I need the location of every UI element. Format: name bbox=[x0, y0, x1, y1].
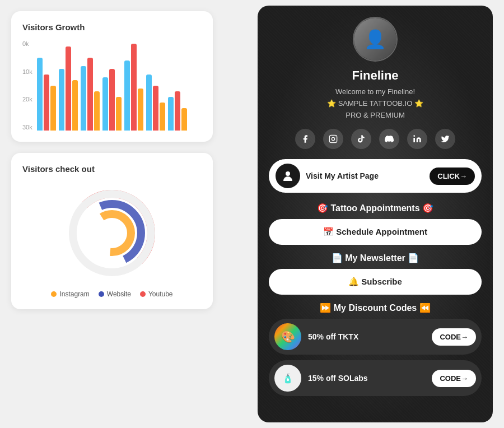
svg-point-6 bbox=[335, 137, 335, 137]
bar-chart-card: Visitors Growth 30k 20k 10k 0k bbox=[11, 11, 213, 142]
tagline-line3: PRO & PREMIUM bbox=[346, 111, 404, 119]
donut-container: Instagram Website Youtube bbox=[22, 183, 202, 298]
legend-dot-youtube bbox=[140, 291, 146, 297]
facebook-icon[interactable] bbox=[295, 129, 315, 149]
donut-legend: Instagram Website Youtube bbox=[51, 290, 172, 298]
avatar: 👤 bbox=[353, 17, 398, 62]
discount-row-2[interactable]: 🧴 15% off SOLabs CODE→ bbox=[269, 360, 482, 396]
bar-4-0 bbox=[124, 61, 130, 131]
discount-row-1[interactable]: 🎨 50% off TKTX CODE→ bbox=[269, 319, 482, 355]
bar-0-1 bbox=[44, 75, 49, 131]
discount-thumb-2: 🧴 bbox=[274, 365, 301, 392]
bar-5-0 bbox=[146, 75, 152, 131]
legend-label-website: Website bbox=[107, 290, 131, 298]
bar-6-2 bbox=[181, 108, 187, 131]
thumb-product-2: 🧴 bbox=[274, 365, 301, 392]
tattoo-section-header: 🎯 Tattoo Appointments 🎯 bbox=[317, 203, 433, 213]
subscribe-label: 🔔 Subscribe bbox=[348, 277, 402, 287]
legend-instagram: Instagram bbox=[51, 290, 89, 298]
bar-5-1 bbox=[153, 86, 158, 131]
bar-group-6 bbox=[168, 91, 187, 131]
thumb-colorful-1: 🎨 bbox=[274, 323, 301, 350]
profile-name: Fineline bbox=[352, 68, 398, 83]
bar-2-0 bbox=[81, 66, 86, 131]
click-button[interactable]: CLICK→ bbox=[430, 168, 475, 185]
bar-3-1 bbox=[109, 69, 115, 131]
bar-group-5 bbox=[146, 75, 165, 131]
donut-chart-title: Visitors check out bbox=[22, 164, 202, 174]
tagline-line2: ⭐ SAMPLE TATTOOB.IO ⭐ bbox=[327, 99, 423, 108]
legend-website: Website bbox=[99, 290, 131, 298]
newsletter-header: 📄 My Newsletter 📄 bbox=[332, 253, 419, 263]
discount-label-2: 15% off SOLabs bbox=[308, 374, 432, 383]
donut-chart-card: Visitors check out Instagram Webs bbox=[11, 153, 213, 309]
bar-1-1 bbox=[66, 46, 71, 131]
bar-group-4 bbox=[124, 44, 143, 131]
bar-chart-title: Visitors Growth bbox=[22, 22, 202, 32]
bar-4-2 bbox=[138, 89, 143, 131]
legend-dot-instagram bbox=[51, 291, 57, 297]
bar-group-2 bbox=[81, 58, 100, 131]
social-icons-row bbox=[295, 129, 455, 149]
bar-3-2 bbox=[116, 97, 122, 131]
right-panel: 👤 Fineline Welcome to my Fineline! ⭐ SAM… bbox=[258, 6, 493, 422]
twitter-icon[interactable] bbox=[435, 129, 455, 149]
bar-group-3 bbox=[102, 69, 122, 131]
bar-6-0 bbox=[168, 97, 174, 131]
tagline-line1: Welcome to my Fineline! bbox=[335, 87, 415, 96]
profile-tagline: Welcome to my Fineline! ⭐ SAMPLE TATTOOB… bbox=[327, 86, 423, 121]
legend-youtube: Youtube bbox=[140, 290, 173, 298]
bar-5-2 bbox=[160, 103, 165, 131]
svg-point-2 bbox=[93, 214, 131, 252]
bar-2-1 bbox=[87, 58, 93, 131]
discount-header: ⏩ My Discount Codes ⏪ bbox=[320, 303, 430, 313]
discount-thumb-1: 🎨 bbox=[274, 323, 301, 350]
code-button-1[interactable]: CODE→ bbox=[432, 328, 476, 346]
bar-group-0 bbox=[37, 58, 56, 131]
artist-logo bbox=[276, 164, 300, 188]
svg-point-8 bbox=[286, 171, 290, 176]
tiktok-icon[interactable] bbox=[351, 129, 371, 149]
bar-1-2 bbox=[72, 80, 78, 131]
instagram-icon[interactable] bbox=[323, 129, 343, 149]
svg-point-5 bbox=[332, 138, 334, 141]
subscribe-button[interactable]: 🔔 Subscribe bbox=[269, 269, 482, 295]
bar-0-2 bbox=[50, 86, 56, 131]
code-button-2[interactable]: CODE→ bbox=[432, 370, 476, 387]
svg-rect-4 bbox=[329, 136, 337, 143]
bar-group-1 bbox=[59, 46, 78, 131]
bar-6-1 bbox=[175, 91, 180, 131]
schedule-appointment-label: 📅 Schedule Appointment bbox=[323, 227, 427, 237]
bar-4-1 bbox=[131, 44, 137, 131]
bar-3-0 bbox=[102, 77, 108, 131]
svg-point-7 bbox=[413, 136, 415, 137]
discord-icon[interactable] bbox=[379, 129, 399, 149]
legend-label-instagram: Instagram bbox=[59, 290, 89, 298]
discount-label-1: 50% off TKTX bbox=[308, 332, 432, 341]
bar-chart: 30k 20k 10k 0k bbox=[22, 41, 202, 131]
avatar-image: 👤 bbox=[354, 18, 396, 61]
legend-label-youtube: Youtube bbox=[148, 290, 173, 298]
legend-dot-website bbox=[99, 291, 104, 297]
linkedin-icon[interactable] bbox=[407, 129, 427, 149]
bar-2-2 bbox=[94, 91, 100, 131]
bars-area bbox=[37, 41, 202, 131]
schedule-appointment-button[interactable]: 📅 Schedule Appointment bbox=[269, 219, 482, 245]
artist-page-label: Visit My Artist Page bbox=[306, 171, 430, 180]
left-panel: Visitors Growth 30k 20k 10k 0k Visitors … bbox=[11, 11, 213, 309]
y-axis: 30k 20k 10k 0k bbox=[22, 41, 32, 131]
donut-svg bbox=[62, 183, 162, 283]
bar-0-0 bbox=[37, 58, 43, 131]
artist-page-button[interactable]: Visit My Artist Page CLICK→ bbox=[269, 159, 482, 193]
bar-1-0 bbox=[59, 69, 64, 131]
